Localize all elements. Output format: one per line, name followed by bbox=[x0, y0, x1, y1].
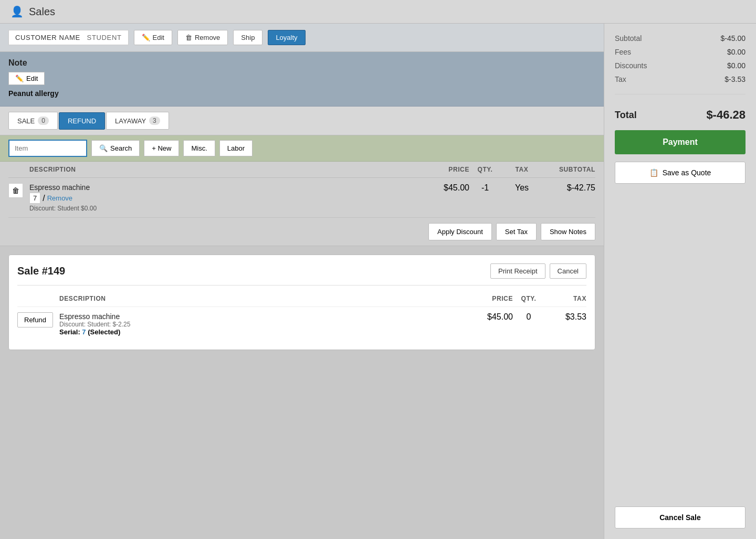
tabs-bar: SALE 0 REFUND LAYAWAY 3 bbox=[0, 107, 604, 135]
sale-card: Sale #149 Print Receipt Cancel DESCRIPTI… bbox=[8, 255, 595, 350]
header-description: DESCRIPTION bbox=[29, 166, 422, 173]
tab-layaway[interactable]: LAYAWAY 3 bbox=[106, 112, 169, 130]
total-value: $-46.28 bbox=[706, 108, 746, 122]
tab-layaway-label: LAYAWAY bbox=[115, 117, 146, 125]
customer-label: CUSTOMER NAME bbox=[15, 34, 80, 41]
row-tax: Yes bbox=[501, 183, 543, 193]
tax-value: $-3.53 bbox=[724, 75, 746, 83]
table-row: 🗑 Espresso machine 7 / Remove Discount: … bbox=[8, 178, 595, 218]
note-content: Peanut allergy bbox=[8, 89, 595, 98]
cancel-sale-button[interactable]: Cancel Sale bbox=[615, 506, 746, 529]
sale-row-desc: Espresso machine Discount: Student: $-2.… bbox=[59, 312, 471, 336]
sale-table-row: Refund Espresso machine Discount: Studen… bbox=[17, 307, 586, 341]
item-toolbar: 🔍 Search + New Misc. Labor bbox=[0, 135, 604, 162]
show-notes-button[interactable]: Show Notes bbox=[541, 223, 595, 240]
fees-label: Fees bbox=[615, 48, 631, 56]
header-action bbox=[8, 166, 29, 173]
total-row: Total $-46.28 bbox=[615, 108, 746, 122]
pencil-icon: ✏️ bbox=[142, 34, 150, 41]
tab-refund-label: REFUND bbox=[68, 117, 96, 125]
tab-sale[interactable]: SALE 0 bbox=[8, 112, 58, 130]
separator: / bbox=[43, 194, 45, 203]
remove-customer-button[interactable]: 🗑 Remove bbox=[177, 30, 228, 45]
card-divider bbox=[17, 285, 586, 286]
note-title: Note bbox=[8, 58, 595, 68]
delete-item-button[interactable]: 🗑 bbox=[8, 183, 23, 198]
header-subtotal: SUBTOTAL bbox=[543, 166, 595, 173]
customer-bar: CUSTOMER NAME STUDENT ✏️ Edit 🗑 Remove S… bbox=[0, 24, 604, 52]
labor-button[interactable]: Labor bbox=[219, 140, 253, 156]
row-description-cell: Espresso machine 7 / Remove Discount: St… bbox=[29, 183, 422, 212]
edit-customer-button[interactable]: ✏️ Edit bbox=[134, 30, 172, 45]
quote-icon: 📋 bbox=[649, 168, 658, 177]
sale-header-description: DESCRIPTION bbox=[59, 295, 471, 302]
sale-row-tax: $3.53 bbox=[544, 312, 586, 322]
total-label: Total bbox=[615, 110, 637, 121]
discounts-label: Discounts bbox=[615, 61, 647, 70]
tab-refund[interactable]: REFUND bbox=[59, 112, 105, 130]
sale-serial-num: 7 bbox=[82, 328, 86, 336]
note-edit-button[interactable]: ✏️ Edit bbox=[8, 72, 45, 85]
table-header: DESCRIPTION PRICE QTY. TAX SUBTOTAL bbox=[8, 162, 595, 178]
tab-sale-label: SALE bbox=[17, 117, 35, 125]
sale-header-price: PRICE bbox=[471, 295, 513, 302]
sales-icon: 👤 bbox=[10, 5, 24, 18]
item-name: Espresso machine bbox=[29, 183, 422, 192]
sale-header-action bbox=[17, 295, 59, 302]
refund-button[interactable]: Refund bbox=[17, 312, 53, 327]
sale-card-actions: Print Receipt Cancel bbox=[490, 263, 586, 279]
trash-icon: 🗑 bbox=[185, 34, 192, 41]
sale-header-tax: TAX bbox=[544, 295, 586, 302]
tab-sale-badge: 0 bbox=[38, 117, 49, 125]
top-bar: 👤 Sales bbox=[0, 0, 756, 24]
tax-row: Tax $-3.53 bbox=[615, 75, 746, 83]
search-button[interactable]: 🔍 Search bbox=[91, 140, 140, 156]
serial-status: (Selected) bbox=[88, 328, 120, 336]
sale-table-header: DESCRIPTION PRICE QTY. TAX bbox=[17, 291, 586, 307]
action-row: Apply Discount Set Tax Show Notes bbox=[0, 218, 604, 246]
new-button[interactable]: + New bbox=[144, 140, 179, 156]
right-panel: Subtotal $-45.00 Fees $0.00 Discounts $0… bbox=[604, 24, 756, 539]
tax-label: Tax bbox=[615, 75, 626, 83]
item-discount: Discount: Student $0.00 bbox=[29, 205, 422, 212]
cancel-sale-card-button[interactable]: Cancel bbox=[550, 263, 586, 279]
sale-item-name: Espresso machine bbox=[59, 312, 471, 321]
save-quote-button[interactable]: 📋 Save as Quote bbox=[615, 162, 746, 184]
payment-button[interactable]: Payment bbox=[615, 130, 746, 154]
header-price: PRICE bbox=[422, 166, 469, 173]
sale-title: Sale #149 bbox=[17, 265, 65, 277]
sale-header-qty: QTY. bbox=[513, 295, 544, 302]
sale-row-price: $45.00 bbox=[471, 312, 513, 322]
items-table: DESCRIPTION PRICE QTY. TAX SUBTOTAL 🗑 Es… bbox=[0, 162, 604, 218]
customer-name-badge: CUSTOMER NAME STUDENT bbox=[8, 30, 129, 45]
row-subtotal: $-42.75 bbox=[543, 183, 595, 193]
misc-button[interactable]: Misc. bbox=[183, 140, 215, 156]
loyalty-button[interactable]: Loyalty bbox=[268, 30, 305, 45]
discounts-value: $0.00 bbox=[727, 61, 746, 70]
customer-name: STUDENT bbox=[87, 34, 122, 41]
set-tax-button[interactable]: Set Tax bbox=[496, 223, 537, 240]
sale-item-serial: Serial: 7 (Selected) bbox=[59, 328, 471, 336]
header-tax: TAX bbox=[501, 166, 543, 173]
sale-row-qty: 0 bbox=[513, 312, 544, 322]
item-input[interactable] bbox=[8, 140, 87, 157]
discounts-row: Discounts $0.00 bbox=[615, 61, 746, 70]
sale-item-discount: Discount: Student: $-2.25 bbox=[59, 321, 471, 328]
subtotal-row: Subtotal $-45.00 bbox=[615, 34, 746, 43]
fees-value: $0.00 bbox=[727, 48, 746, 56]
fees-row: Fees $0.00 bbox=[615, 48, 746, 56]
note-section: Note ✏️ Edit Peanut allergy bbox=[0, 52, 604, 107]
row-delete-cell: 🗑 bbox=[8, 183, 29, 198]
item-serial-row: 7 / Remove bbox=[29, 193, 422, 204]
apply-discount-button[interactable]: Apply Discount bbox=[428, 223, 492, 240]
search-icon: 🔍 bbox=[99, 144, 108, 152]
remove-link[interactable]: Remove bbox=[47, 194, 72, 202]
pencil-icon: ✏️ bbox=[15, 75, 24, 82]
ship-button[interactable]: Ship bbox=[233, 30, 262, 45]
sale-card-header: Sale #149 Print Receipt Cancel bbox=[17, 263, 586, 279]
subtotal-label: Subtotal bbox=[615, 34, 642, 43]
tab-layaway-badge: 3 bbox=[149, 117, 160, 125]
print-receipt-button[interactable]: Print Receipt bbox=[490, 263, 545, 279]
main-layout: CUSTOMER NAME STUDENT ✏️ Edit 🗑 Remove S… bbox=[0, 24, 756, 539]
left-panel: CUSTOMER NAME STUDENT ✏️ Edit 🗑 Remove S… bbox=[0, 24, 604, 539]
